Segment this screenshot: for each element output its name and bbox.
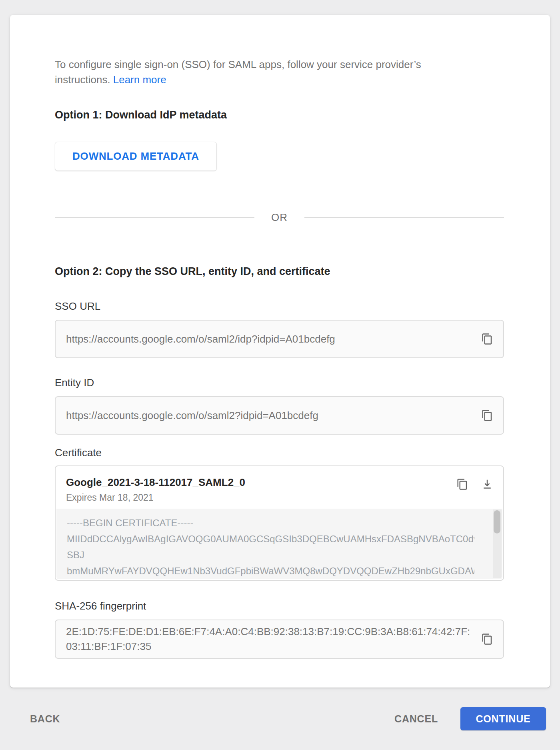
certificate-line: MIIDdDCCAlygAwIBAgIGAVOQG0AUMA0GCSqGSIb3… [67, 531, 474, 547]
continue-button[interactable]: CONTINUE [460, 707, 546, 730]
sso-config-page: { "colors": { "page_bg": "#ededee", "car… [0, 0, 560, 750]
certificate-copy-button[interactable] [455, 477, 470, 491]
entity-id-label: Entity ID [55, 377, 504, 389]
sha256-copy-button[interactable] [480, 632, 494, 646]
wizard-footer: BACK CANCEL CONTINUE [0, 688, 560, 750]
certificate-line: SBJ [67, 547, 474, 563]
intro-text-body: To configure single sign-on (SSO) for SA… [55, 58, 421, 86]
certificate-download-button[interactable] [480, 477, 494, 491]
certificate-scrollbar-thumb[interactable] [494, 510, 500, 533]
certificate-expiry: Expires Mar 18, 2021 [66, 492, 455, 503]
sso-url-copy-button[interactable] [480, 332, 494, 346]
sso-url-field: https://accounts.google.com/o/saml2/idp?… [55, 320, 504, 358]
certificate-scrollbar-track [493, 509, 502, 578]
sso-url-value: https://accounts.google.com/o/saml2/idp?… [66, 332, 480, 347]
or-divider: OR [55, 211, 504, 224]
cancel-button[interactable]: CANCEL [391, 709, 441, 729]
entity-id-value: https://accounts.google.com/o/saml2?idpi… [66, 408, 480, 423]
learn-more-link[interactable]: Learn more [113, 74, 166, 86]
intro-text: To configure single sign-on (SSO) for SA… [55, 57, 503, 87]
certificate-label: Certificate [55, 447, 504, 459]
divider-line-right [304, 217, 504, 218]
sha256-label: SHA-256 fingerprint [55, 600, 504, 612]
option1-heading: Option 1: Download IdP metadata [55, 109, 504, 121]
back-button[interactable]: BACK [27, 709, 63, 729]
certificate-name: Google_2021-3-18-112017_SAML2_0 [66, 476, 455, 489]
sso-setup-card: To configure single sign-on (SSO) for SA… [10, 15, 550, 688]
sha256-value: 2E:1D:75:FE:DE:D1:EB:6E:F7:4A:A0:C4:BB:9… [66, 624, 480, 654]
sso-url-label: SSO URL [55, 300, 504, 313]
copy-icon [481, 633, 493, 645]
copy-icon [481, 333, 493, 345]
copy-icon [481, 409, 493, 421]
certificate-line: bmMuMRYwFAYDVQQHEw1Nb3VudGFpbiBWaWV3MQ8w… [67, 563, 474, 579]
or-label: OR [271, 211, 288, 224]
copy-icon [456, 478, 468, 490]
option2-heading: Option 2: Copy the SSO URL, entity ID, a… [55, 265, 504, 278]
download-metadata-button[interactable]: DOWNLOAD METADATA [55, 142, 217, 171]
sha256-field: 2E:1D:75:FE:DE:D1:EB:6E:F7:4A:A0:C4:BB:9… [55, 620, 504, 659]
certificate-line: -----BEGIN CERTIFICATE----- [67, 515, 474, 531]
entity-id-copy-button[interactable] [480, 408, 494, 423]
certificate-body: -----BEGIN CERTIFICATE----- MIIDdDCCAlyg… [56, 509, 502, 579]
certificate-header: Google_2021-3-18-112017_SAML2_0 Expires … [56, 466, 503, 500]
download-icon [481, 478, 493, 490]
divider-line-left [55, 217, 254, 218]
certificate-card: Google_2021-3-18-112017_SAML2_0 Expires … [55, 465, 504, 581]
entity-id-field: https://accounts.google.com/o/saml2?idpi… [55, 396, 504, 435]
certificate-header-text: Google_2021-3-18-112017_SAML2_0 Expires … [66, 476, 455, 503]
certificate-actions [455, 477, 494, 491]
